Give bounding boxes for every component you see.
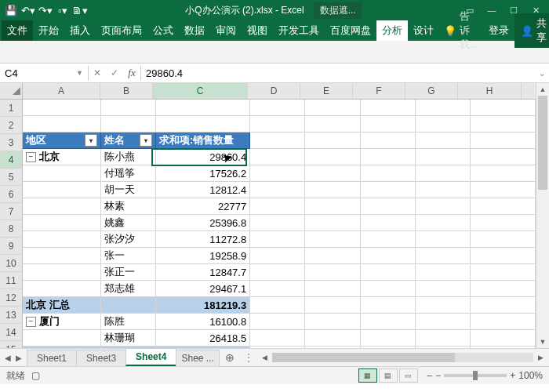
cell[interactable] <box>361 149 416 165</box>
tab-formulas[interactable]: 公式 <box>147 20 179 41</box>
cell[interactable] <box>416 297 471 314</box>
cell[interactable] <box>23 248 101 264</box>
cell[interactable] <box>361 330 416 347</box>
filter-icon[interactable]: ▾ <box>85 134 97 147</box>
cell[interactable] <box>250 116 305 132</box>
cell[interactable] <box>471 248 536 264</box>
sheet-next-icon[interactable]: ▶ <box>16 354 22 362</box>
cell[interactable] <box>416 132 471 149</box>
subtotal-label[interactable]: 北京 汇总 <box>23 297 101 314</box>
name-cell[interactable]: 张一 <box>101 248 156 264</box>
cell[interactable] <box>305 100 360 116</box>
hscroll-right-icon[interactable]: ▶ <box>535 354 546 361</box>
cell[interactable] <box>361 264 416 281</box>
row-header[interactable]: 10 <box>0 255 22 272</box>
sheet-tab[interactable]: Sheet3 <box>76 350 126 366</box>
zoom-knob[interactable] <box>473 371 478 380</box>
tab-baidu[interactable]: 百度网盘 <box>325 20 376 41</box>
row-header[interactable]: 4 <box>0 151 22 169</box>
name-box[interactable]: C4 ▼ <box>0 66 89 81</box>
name-cell[interactable]: 郑志雄 <box>101 281 156 297</box>
value-cell[interactable]: 25396.8 <box>156 215 250 231</box>
tab-data[interactable]: 数据 <box>179 20 210 41</box>
cell[interactable] <box>361 198 416 215</box>
tab-pagelayout[interactable]: 页面布局 <box>96 20 147 41</box>
cell[interactable] <box>471 347 536 348</box>
cell[interactable] <box>250 215 305 231</box>
cell[interactable] <box>305 281 360 297</box>
name-cell[interactable]: 张正一 <box>101 264 156 281</box>
cell[interactable] <box>305 248 360 264</box>
worksheet-grid[interactable]: 12345678910111213141516 A B C D E F G H … <box>0 83 549 348</box>
cell[interactable] <box>250 165 305 182</box>
subtotal-value[interactable]: 42519.3 <box>156 347 250 348</box>
row-header[interactable]: 2 <box>0 117 22 134</box>
cell[interactable] <box>416 231 471 248</box>
cell[interactable] <box>361 165 416 182</box>
cell[interactable] <box>361 314 416 330</box>
cell[interactable] <box>416 165 471 182</box>
row-header[interactable]: 13 <box>0 307 22 324</box>
cell[interactable] <box>416 248 471 264</box>
value-cell[interactable]: 12812.4 <box>156 182 250 198</box>
cell[interactable] <box>23 182 101 198</box>
row-header[interactable]: 9 <box>0 238 22 255</box>
cell[interactable] <box>305 149 360 165</box>
minimize-icon[interactable]: — <box>482 2 502 18</box>
name-cell[interactable]: 张汐汐 <box>101 231 156 248</box>
value-cell[interactable]: 29467.1 <box>156 281 250 297</box>
cell[interactable] <box>416 215 471 231</box>
col-A[interactable]: A <box>23 83 100 99</box>
col-B[interactable]: B <box>100 83 153 99</box>
zoom-in-icon[interactable]: + <box>510 370 515 381</box>
col-D[interactable]: D <box>248 83 300 99</box>
cell[interactable] <box>305 165 360 182</box>
tell-me[interactable]: 💡告诉我... <box>439 9 483 52</box>
sheet-tab[interactable]: Shee ... <box>176 350 219 366</box>
cell[interactable] <box>101 100 156 116</box>
row-header[interactable]: 11 <box>0 272 22 289</box>
tab-home[interactable]: 开始 <box>33 20 64 41</box>
region-group[interactable]: −厦门 <box>23 314 101 330</box>
cell[interactable] <box>305 347 360 348</box>
hscroll-thumb[interactable] <box>272 353 455 362</box>
scroll-thumb[interactable] <box>538 96 547 190</box>
scroll-down-icon[interactable]: ▼ <box>536 336 549 348</box>
name-cell[interactable]: 付瑶筝 <box>101 165 156 182</box>
cell[interactable] <box>471 100 536 116</box>
cell[interactable] <box>156 116 250 132</box>
cell[interactable] <box>471 182 536 198</box>
value-cell[interactable]: 29860.4 <box>156 149 250 165</box>
cell[interactable] <box>416 281 471 297</box>
hscroll-left-icon[interactable]: ◀ <box>260 354 271 361</box>
chevron-down-icon[interactable]: ▼ <box>76 69 83 77</box>
collapse-icon[interactable]: − <box>26 317 36 327</box>
view-pagelayout-icon[interactable]: ▤ <box>379 368 398 383</box>
row-header[interactable]: 3 <box>0 134 22 151</box>
zoom-out-icon[interactable]: − <box>435 370 441 381</box>
login-button[interactable]: 登录 <box>483 20 514 41</box>
cell[interactable] <box>361 215 416 231</box>
region-group[interactable]: −北京 <box>23 149 101 165</box>
zoom-value[interactable]: 100% <box>518 370 543 381</box>
col-F[interactable]: F <box>353 83 405 99</box>
cell[interactable] <box>23 330 101 347</box>
cell[interactable] <box>361 132 416 149</box>
cell[interactable] <box>471 264 536 281</box>
sheet-tab[interactable]: Sheet1 <box>27 350 77 366</box>
cell[interactable] <box>23 116 101 132</box>
row-header[interactable]: 6 <box>0 186 22 203</box>
cell[interactable] <box>416 100 471 116</box>
col-H[interactable]: H <box>458 83 522 99</box>
cells-area[interactable]: 地区▾姓名▾求和项:销售数量−北京陈小燕29860.4付瑶筝17526.2胡一天… <box>23 100 536 348</box>
cell[interactable] <box>250 198 305 215</box>
pivot-header-value[interactable]: 求和项:销售数量 <box>156 132 250 149</box>
cell[interactable] <box>416 330 471 347</box>
tab-analyze[interactable]: 分析 <box>376 20 408 41</box>
row-header[interactable]: 1 <box>0 100 22 117</box>
name-cell[interactable]: 林珊瑚 <box>101 330 156 347</box>
name-cell[interactable]: 胡一天 <box>101 182 156 198</box>
cell[interactable] <box>305 330 360 347</box>
cell[interactable] <box>156 100 250 116</box>
cell[interactable] <box>361 116 416 132</box>
